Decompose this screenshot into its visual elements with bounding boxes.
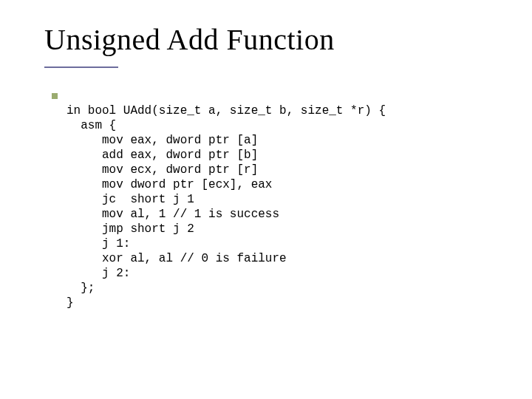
title-underline — [44, 66, 118, 68]
code-block: in bool UAdd(size_t a, size_t b, size_t … — [66, 89, 480, 325]
slide: Unsigned Add Function in bool UAdd(size_… — [0, 0, 532, 399]
code-line: }; — [66, 282, 95, 295]
code-line: add eax, dword ptr [b] — [66, 149, 258, 162]
bullet-icon — [52, 93, 58, 99]
code-line: asm { — [66, 119, 116, 132]
code-line: j 2: — [66, 267, 130, 280]
code-line: mov al, 1 // 1 is success — [66, 208, 279, 221]
code-line: mov dword ptr [ecx], eax — [66, 178, 272, 191]
code-line: xor al, al // 0 is failure — [66, 252, 287, 265]
page-title: Unsigned Add Function — [44, 22, 335, 57]
code-line: j 1: — [66, 237, 130, 250]
code-line: mov ecx, dword ptr [r] — [66, 163, 258, 177]
code-line: jc short j 1 — [66, 193, 194, 206]
code-line: jmp short j 2 — [66, 222, 194, 236]
code-line: } — [66, 296, 74, 310]
code-line: mov eax, dword ptr [a] — [66, 134, 258, 147]
code-line: in bool UAdd(size_t a, size_t b, size_t … — [66, 104, 386, 117]
title-block: Unsigned Add Function — [44, 22, 335, 57]
